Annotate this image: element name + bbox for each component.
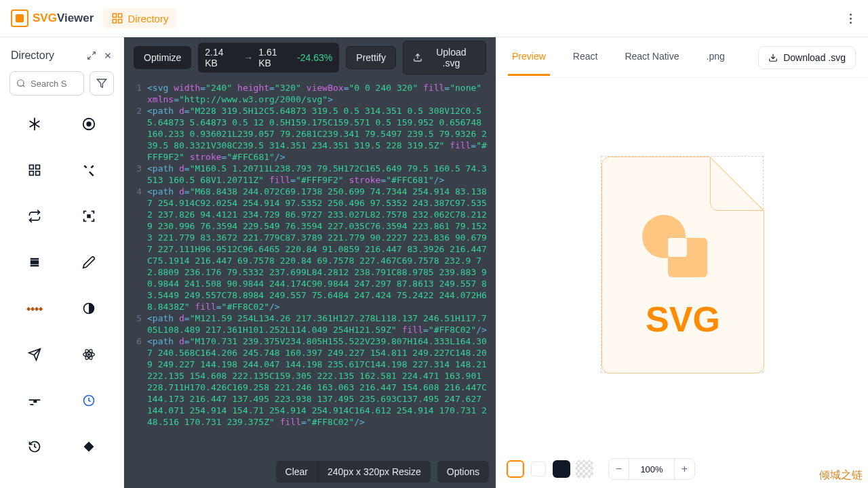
tab-png[interactable]: .png: [703, 39, 729, 76]
editor-toolbar: Optimize 2.14 KB → 1.61 KB -24.63% Prett…: [124, 37, 496, 78]
icon-target[interactable]: [73, 108, 105, 140]
icon-send[interactable]: [18, 338, 51, 371]
directory-label: Directory: [127, 13, 168, 24]
sidebar-title: Directory: [11, 49, 54, 62]
svg-rect-15: [36, 165, 40, 169]
editor-pane: Optimize 2.14 KB → 1.61 KB -24.63% Prett…: [124, 37, 496, 488]
search-input[interactable]: [9, 71, 84, 96]
svg-line-5: [88, 56, 91, 59]
swatch-light[interactable]: [530, 460, 547, 478]
icon-tools[interactable]: [73, 154, 105, 186]
icon-clock[interactable]: [73, 384, 105, 417]
svg-point-24: [88, 354, 90, 356]
icon-contrast[interactable]: [73, 292, 105, 325]
resize-button[interactable]: 240px x 320px Resize: [318, 461, 431, 483]
svg-canvas: SVG: [601, 156, 764, 373]
header-left: SVGViewer Directory: [11, 8, 176, 28]
clear-button[interactable]: Clear: [276, 461, 318, 483]
swatch-white[interactable]: [507, 460, 524, 478]
app-logo[interactable]: SVGViewer: [11, 9, 94, 27]
preview-controls: − 100% +: [496, 450, 868, 488]
icon-repeat[interactable]: [18, 200, 51, 232]
download-icon: [768, 53, 778, 62]
icon-book[interactable]: [18, 246, 51, 279]
main: Directory ◆◆◆◆: [0, 37, 868, 488]
expand-icon[interactable]: [87, 51, 96, 60]
svg-rect-14: [30, 165, 34, 169]
editor-footer: Clear 240px x 320px Resize Options: [276, 461, 489, 483]
size-before: 2.14 KB: [205, 47, 238, 68]
svg-rect-0: [113, 14, 117, 17]
tab-preview[interactable]: Preview: [508, 39, 550, 76]
logo-text-2: Viewer: [57, 12, 94, 24]
svg-marker-8: [97, 79, 106, 87]
download-button[interactable]: Download .svg: [758, 46, 856, 69]
svg-rect-3: [119, 20, 122, 23]
sidebar-header: Directory: [9, 45, 114, 71]
arrow-icon: →: [243, 52, 253, 63]
close-icon[interactable]: [103, 51, 113, 60]
directory-button[interactable]: Directory: [103, 8, 176, 28]
menu-button[interactable]: [844, 8, 857, 29]
zoom-value: 100%: [629, 464, 674, 474]
icon-pen[interactable]: [73, 246, 105, 279]
icon-history[interactable]: [18, 430, 51, 463]
icon-atom[interactable]: [73, 338, 105, 371]
svg-rect-30: [668, 238, 687, 257]
icon-grid: ◆◆◆◆: [9, 105, 114, 463]
size-info: 2.14 KB → 1.61 KB -24.63%: [198, 43, 339, 73]
svg-rect-2: [113, 20, 117, 23]
svg-text: SVG: [646, 300, 720, 339]
swatch-transparent[interactable]: [576, 460, 593, 478]
bg-swatches: [507, 460, 593, 478]
search-row: [9, 71, 114, 96]
icon-scan[interactable]: [73, 200, 105, 232]
tab-react[interactable]: React: [569, 39, 602, 76]
icon-diamond[interactable]: [73, 430, 105, 463]
svg-line-4: [92, 52, 95, 55]
icon-brand[interactable]: ◆◆◆◆: [18, 292, 51, 325]
size-after: 1.61 KB: [258, 47, 292, 68]
preview-tabs: PreviewReactReact Native.png Download .s…: [496, 37, 868, 78]
svg-rect-17: [36, 171, 40, 176]
size-pct: -24.63%: [297, 52, 332, 63]
canvas-wrap: SVG: [496, 78, 868, 450]
grid-icon: [111, 12, 123, 24]
logo-icon: [11, 9, 28, 27]
sidebar: Directory ◆◆◆◆: [0, 37, 124, 488]
options-button[interactable]: Options: [437, 461, 489, 483]
swatch-black[interactable]: [553, 460, 570, 478]
zoom-control: − 100% +: [608, 458, 695, 480]
upload-button[interactable]: Upload .svg: [403, 41, 486, 75]
optimize-button[interactable]: Optimize: [134, 46, 191, 69]
tab-reactnative[interactable]: React Native: [620, 39, 683, 76]
upload-icon: [413, 53, 422, 62]
filter-icon: [96, 78, 107, 89]
prettify-button[interactable]: Prettify: [346, 46, 396, 69]
code-editor[interactable]: 1<svg width="240" height="320" viewBox="…: [124, 78, 496, 488]
zoom-out-button[interactable]: −: [609, 459, 629, 479]
icon-grid4[interactable]: [18, 154, 51, 186]
svg-rect-1: [119, 14, 122, 17]
zoom-in-button[interactable]: +: [674, 459, 694, 479]
svg-point-13: [87, 122, 91, 126]
logo-text-1: SVG: [33, 12, 57, 24]
icon-heli[interactable]: [18, 384, 51, 417]
filter-button[interactable]: [90, 71, 114, 96]
icon-asterisk[interactable]: [18, 108, 51, 140]
preview-pane: PreviewReactReact Native.png Download .s…: [496, 37, 868, 488]
svg-rect-16: [30, 171, 34, 176]
watermark: 倾城之链: [819, 468, 863, 483]
app-header: SVGViewer Directory: [0, 0, 868, 37]
